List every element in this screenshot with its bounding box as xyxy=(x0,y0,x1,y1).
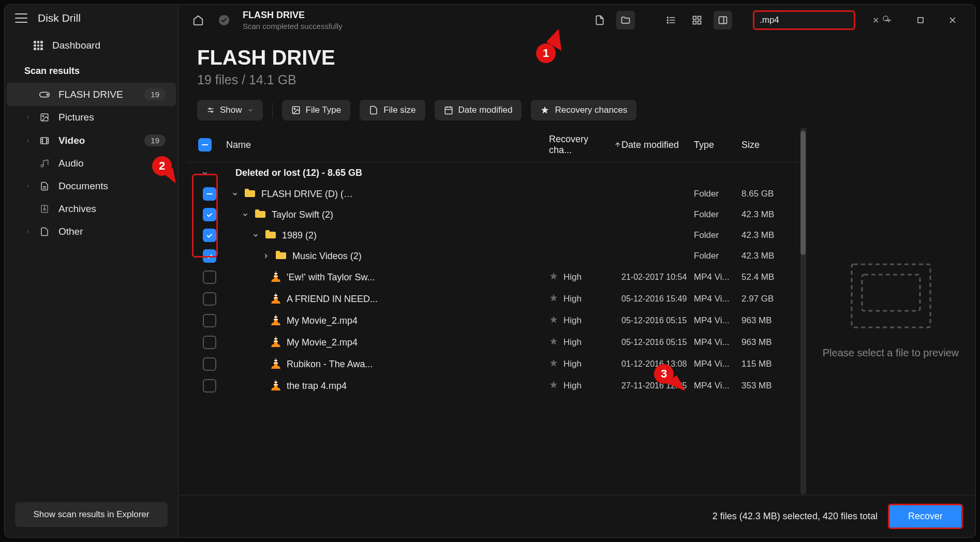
table-row[interactable]: 'Ew!' with Taylor Sw... High 21-02-2017 … xyxy=(188,266,800,288)
row-checkbox[interactable] xyxy=(203,379,216,393)
svg-rect-27 xyxy=(698,21,701,24)
recover-button[interactable]: Recover xyxy=(888,504,963,529)
show-in-explorer-button[interactable]: Show scan results in Explorer xyxy=(15,502,168,527)
size-value: 42.3 MB xyxy=(741,251,790,261)
table-row[interactable]: A FRIEND IN NEED... High 05-12-2016 15:4… xyxy=(188,288,800,310)
sidebar-item-documents[interactable]: Documents xyxy=(7,175,176,198)
svg-point-21 xyxy=(667,17,669,18)
svg-rect-33 xyxy=(918,18,923,23)
annotation-1: 1 xyxy=(536,43,556,63)
star-icon xyxy=(549,293,558,303)
column-recovery[interactable]: Recovery cha... xyxy=(549,134,621,156)
svg-rect-60 xyxy=(862,275,920,311)
vlc-icon xyxy=(270,379,281,393)
split-view-icon[interactable] xyxy=(714,11,732,29)
sidebar-item-label: Video xyxy=(58,135,136,146)
table-row[interactable]: 1989 (2) Folder 42.3 MB xyxy=(188,225,800,246)
list-view-icon[interactable] xyxy=(662,11,680,29)
table-row[interactable]: FLASH DRIVE (D) (12) Folder 8.65 GB xyxy=(188,184,800,204)
row-checkbox[interactable] xyxy=(203,187,216,201)
table-row[interactable]: My Movie_2.mp4 High 05-12-2016 05:15 MP4… xyxy=(188,310,800,332)
row-checkbox[interactable] xyxy=(203,357,216,371)
minimize-icon[interactable] xyxy=(876,11,901,29)
row-checkbox[interactable] xyxy=(203,270,216,284)
recovery-value: High xyxy=(549,293,621,305)
file-table: Name Recovery cha... Date modified Type … xyxy=(179,128,800,495)
table-row[interactable]: Rubikon - The Awa... High 01-12-2016 13:… xyxy=(188,353,800,375)
type-value: MP4 Vi... xyxy=(694,359,741,369)
group-label: Deleted or lost (12) - 8.65 GB xyxy=(235,168,362,178)
column-date[interactable]: Date modified xyxy=(621,140,694,150)
table-row[interactable]: the trap 4.mp4 High 27-11-2016 12:05 MP4… xyxy=(188,375,800,397)
group-row[interactable]: Deleted or lost (12) - 8.65 GB xyxy=(188,162,800,184)
row-checkbox[interactable] xyxy=(203,336,216,349)
sidebar-item-flash-drive[interactable]: FLASH DRIVE19 xyxy=(7,83,176,106)
sidebar-dashboard[interactable]: Dashboard xyxy=(5,32,178,59)
maximize-icon[interactable] xyxy=(908,11,933,29)
size-value: 353 MB xyxy=(741,381,790,391)
column-name[interactable]: Name xyxy=(221,140,549,150)
chevron-right-icon[interactable] xyxy=(262,252,270,260)
chevron-down-icon[interactable] xyxy=(231,190,239,198)
vlc-icon xyxy=(270,292,281,306)
chevron-down-icon[interactable] xyxy=(252,232,259,239)
preview-placeholder-icon xyxy=(850,262,932,329)
file-name: 'Ew!' with Taylor Sw... xyxy=(287,272,375,283)
svg-point-1 xyxy=(47,94,48,95)
row-checkbox[interactable] xyxy=(203,208,216,221)
sidebar-item-label: Archives xyxy=(58,203,166,215)
sidebar-item-archives[interactable]: Archives xyxy=(7,198,176,220)
sidebar-item-label: FLASH DRIVE xyxy=(58,89,136,100)
home-icon[interactable] xyxy=(189,11,207,29)
file-icon[interactable] xyxy=(590,11,609,29)
svg-rect-54 xyxy=(274,341,278,342)
sidebar-item-audio[interactable]: Audio xyxy=(7,152,176,175)
svg-rect-28 xyxy=(719,17,727,23)
row-checkbox[interactable] xyxy=(203,314,216,327)
row-checkbox[interactable] xyxy=(203,229,216,242)
close-icon[interactable] xyxy=(940,11,965,29)
svg-rect-51 xyxy=(274,317,277,318)
folder-icon xyxy=(264,229,277,242)
date-modified-filter-button[interactable]: Date modified xyxy=(435,100,522,121)
table-row[interactable]: Taylor Swift (2) Folder 42.3 MB xyxy=(188,204,800,225)
recovery-chances-filter-button[interactable]: Recovery chances xyxy=(531,100,636,121)
table-row[interactable]: My Movie_2.mp4 High 05-12-2016 05:15 MP4… xyxy=(188,332,800,353)
file-type-filter-button[interactable]: File Type xyxy=(282,100,351,121)
folder-icon[interactable] xyxy=(616,11,635,29)
show-filter-button[interactable]: Show xyxy=(197,100,263,121)
file-size-filter-button[interactable]: File size xyxy=(360,100,425,121)
recovery-value: High xyxy=(549,315,621,327)
size-value: 52.4 MB xyxy=(741,272,790,282)
svg-point-11 xyxy=(41,164,43,167)
svg-rect-55 xyxy=(274,360,277,361)
hamburger-icon[interactable] xyxy=(15,13,27,23)
row-checkbox[interactable] xyxy=(203,292,216,306)
svg-point-3 xyxy=(42,115,43,116)
svg-rect-53 xyxy=(274,338,277,339)
sidebar-item-video[interactable]: Video19 xyxy=(7,129,176,152)
sidebar-item-pictures[interactable]: Pictures xyxy=(7,106,176,129)
star-icon xyxy=(549,272,558,281)
table-row[interactable]: Music Videos (2) Folder 42.3 MB xyxy=(188,246,800,266)
column-size[interactable]: Size xyxy=(741,140,790,150)
search-input[interactable] xyxy=(760,15,869,25)
file-name: FLASH DRIVE (D) (12) xyxy=(261,189,354,200)
svg-rect-26 xyxy=(693,21,696,24)
recovery-value: High xyxy=(549,272,621,283)
search-box[interactable]: ✕ xyxy=(753,10,855,30)
date-value: 05-12-2016 05:15 xyxy=(621,338,694,347)
column-type[interactable]: Type xyxy=(694,140,741,150)
select-all-checkbox[interactable] xyxy=(198,138,212,152)
sidebar-item-label: Audio xyxy=(58,158,166,169)
chevron-down-icon[interactable] xyxy=(242,211,249,218)
row-checkbox[interactable] xyxy=(203,249,216,263)
dashboard-label: Dashboard xyxy=(52,40,100,51)
sidebar-item-other[interactable]: Other xyxy=(7,220,176,243)
scrollbar[interactable] xyxy=(800,128,806,495)
grid-view-icon[interactable] xyxy=(688,11,706,29)
preview-panel: Please select a file to preview xyxy=(806,128,975,495)
sidebar-item-label: Documents xyxy=(58,180,166,192)
type-value: Folder xyxy=(694,209,741,220)
sidebar-item-label: Other xyxy=(58,226,166,237)
